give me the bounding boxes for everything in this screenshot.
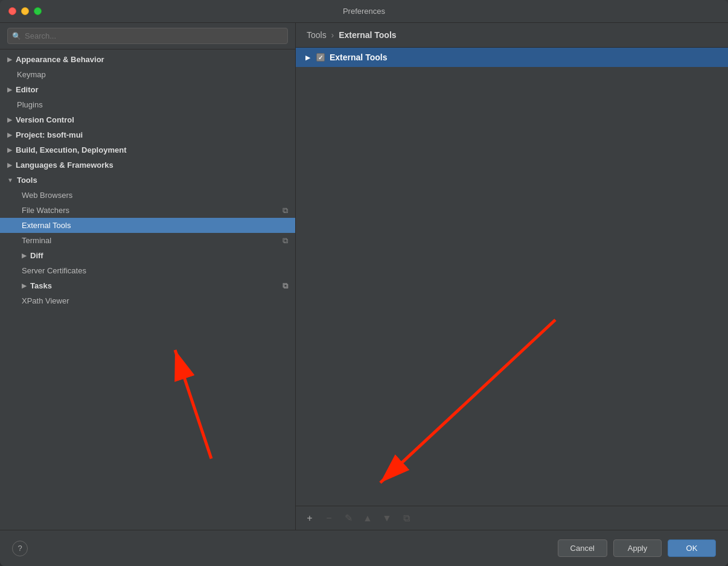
move-down-button[interactable]: ▼ — [379, 510, 395, 526]
breadcrumb-current: External Tools — [339, 30, 396, 40]
sidebar-item-label: Tasks — [30, 281, 52, 290]
tools-list: ▶ ✓ External Tools — [296, 48, 728, 506]
apply-button[interactable]: Apply — [613, 539, 662, 557]
sidebar-item-label: Terminal — [22, 236, 51, 245]
breadcrumb-parent: Tools — [307, 30, 327, 40]
breadcrumb: Tools › External Tools — [296, 23, 728, 48]
sidebar-item-project[interactable]: ▶ Project: bsoft-mui — [0, 127, 295, 142]
window-title: Preferences — [343, 7, 385, 16]
sidebar-item-keymap[interactable]: Keymap — [0, 67, 295, 82]
sidebar-item-appearance[interactable]: ▶ Appearance & Behavior — [0, 52, 295, 67]
move-up-button[interactable]: ▲ — [360, 510, 375, 526]
help-button[interactable]: ? — [12, 541, 28, 556]
footer-left: ? — [12, 541, 28, 556]
chevron-right-icon: ▶ — [7, 56, 12, 63]
titlebar: Preferences — [0, 0, 728, 23]
main-content: 🔍 ▶ Appearance & Behavior Keymap ▶ Edito… — [0, 23, 728, 530]
tools-group-label: External Tools — [330, 52, 387, 62]
sidebar-item-label: Appearance & Behavior — [16, 55, 104, 64]
copy-icon: ⧉ — [283, 236, 288, 246]
remove-tool-button[interactable]: − — [321, 510, 337, 526]
sidebar-item-label: Editor — [16, 85, 39, 94]
search-icon: 🔍 — [12, 32, 21, 40]
sidebar-item-label: Plugins — [17, 100, 43, 109]
sidebar-item-terminal[interactable]: Terminal ⧉ — [0, 233, 295, 248]
sidebar-item-editor[interactable]: ▶ Editor — [0, 82, 295, 97]
maximize-button[interactable] — [34, 7, 42, 15]
sidebar-item-web-browsers[interactable]: Web Browsers — [0, 188, 295, 203]
footer: ? Cancel Apply OK — [0, 530, 728, 566]
add-tool-button[interactable]: + — [302, 510, 318, 526]
sidebar-item-build[interactable]: ▶ Build, Execution, Deployment — [0, 142, 295, 157]
edit-tool-button[interactable]: ✎ — [340, 510, 356, 526]
chevron-right-icon: ▶ — [22, 252, 27, 259]
sidebar-item-label: XPath Viewer — [22, 296, 69, 305]
copy-icon: ⧉ — [283, 206, 288, 215]
sidebar: 🔍 ▶ Appearance & Behavior Keymap ▶ Edito… — [0, 23, 296, 530]
sidebar-item-diff[interactable]: ▶ Diff — [0, 248, 295, 263]
sidebar-item-label: Server Certificates — [22, 266, 86, 275]
tools-group-header[interactable]: ▶ ✓ External Tools — [296, 48, 728, 67]
tools-checkbox[interactable]: ✓ — [316, 53, 325, 62]
chevron-right-icon: ▶ — [7, 86, 12, 93]
close-button[interactable] — [8, 7, 16, 15]
ok-button[interactable]: OK — [668, 539, 716, 557]
sidebar-item-tools[interactable]: ▼ Tools — [0, 173, 295, 188]
toolbar: + − ✎ ▲ ▼ ⧉ — [296, 506, 728, 530]
chevron-right-icon: ▶ — [305, 54, 310, 61]
chevron-right-icon: ▶ — [22, 282, 27, 289]
sidebar-item-external-tools[interactable]: External Tools — [0, 218, 295, 233]
copy-tool-button[interactable]: ⧉ — [398, 510, 414, 526]
copy-icon: ⧉ — [283, 281, 288, 291]
sidebar-item-label: Keymap — [17, 70, 46, 79]
sidebar-item-tasks[interactable]: ▶ Tasks ⧉ — [0, 278, 295, 293]
chevron-down-icon: ▼ — [7, 177, 13, 183]
chevron-right-icon: ▶ — [7, 132, 12, 138]
search-bar: 🔍 — [0, 23, 295, 49]
sidebar-item-label: External Tools — [22, 221, 71, 230]
sidebar-item-server-certificates[interactable]: Server Certificates — [0, 263, 295, 278]
sidebar-item-xpath-viewer[interactable]: XPath Viewer — [0, 293, 295, 308]
sidebar-nav: ▶ Appearance & Behavior Keymap ▶ Editor … — [0, 49, 295, 530]
chevron-right-icon: ▶ — [7, 147, 12, 153]
sidebar-item-label: Diff — [30, 251, 43, 260]
sidebar-item-label: Version Control — [16, 115, 74, 124]
sidebar-item-languages[interactable]: ▶ Languages & Frameworks — [0, 157, 295, 173]
sidebar-item-version-control[interactable]: ▶ Version Control — [0, 112, 295, 127]
sidebar-item-label: Build, Execution, Deployment — [16, 145, 126, 154]
sidebar-item-label: File Watchers — [22, 206, 69, 215]
sidebar-item-plugins[interactable]: Plugins — [0, 97, 295, 112]
sidebar-item-file-watchers[interactable]: File Watchers ⧉ — [0, 203, 295, 218]
chevron-right-icon: ▶ — [7, 116, 12, 123]
search-input[interactable] — [7, 28, 288, 44]
cancel-button[interactable]: Cancel — [558, 539, 607, 557]
sidebar-item-label: Tools — [17, 176, 37, 185]
right-panel: Tools › External Tools ▶ ✓ External Tool… — [296, 23, 728, 530]
window-controls — [8, 7, 42, 15]
sidebar-item-label: Web Browsers — [22, 191, 72, 200]
minimize-button[interactable] — [21, 7, 29, 15]
sidebar-item-label: Project: bsoft-mui — [16, 130, 83, 139]
chevron-right-icon: ▶ — [7, 162, 12, 168]
sidebar-item-label: Languages & Frameworks — [16, 161, 113, 170]
breadcrumb-separator: › — [331, 30, 334, 40]
